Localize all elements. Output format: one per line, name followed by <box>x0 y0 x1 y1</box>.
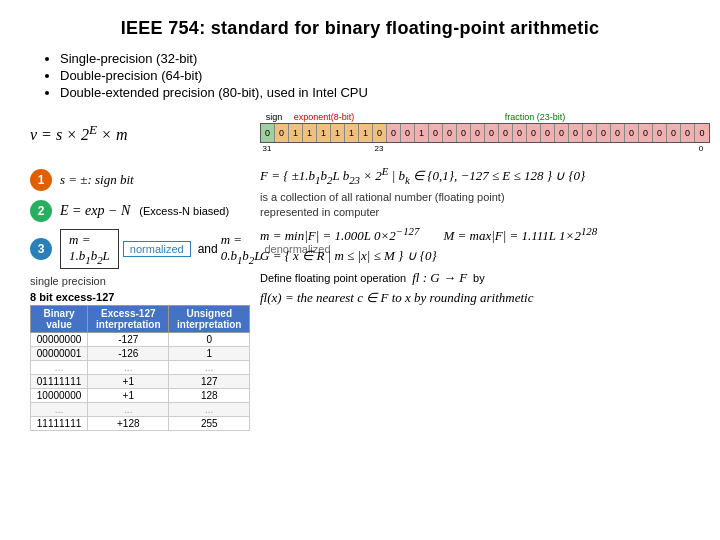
fp-index-5 <box>330 144 344 153</box>
define-line: Define floating point operation fl : G →… <box>260 270 690 286</box>
fp-index-7 <box>358 144 372 153</box>
step-3-denormalized-formula: m = 0.b1b2L <box>221 232 262 266</box>
fp-index-30 <box>680 144 694 153</box>
fp-bit-7: 1 <box>359 124 373 142</box>
fp-bits-row: 00111111000100000000000000000000 <box>260 123 710 143</box>
table-cell-6-0: 11111111 <box>31 416 88 430</box>
fp-bit-29: 0 <box>667 124 681 142</box>
step-1-line: 1 s = ±: sign bit <box>30 167 250 193</box>
fp-bit-30: 0 <box>681 124 695 142</box>
bullet-2: Double-precision (64-bit) <box>60 68 690 83</box>
fp-bit-23: 0 <box>583 124 597 142</box>
fp-diagram: sign exponent(8-bit) fraction (23-bit) 0… <box>260 112 710 153</box>
table-row: 00000001-1261 <box>31 346 250 360</box>
fp-bit-14: 0 <box>457 124 471 142</box>
max-formula: M = max|F| = 1.111L 1×2128 <box>443 225 597 244</box>
col-header-unsigned: Unsigned interpretation <box>169 305 250 332</box>
fp-bit-24: 0 <box>597 124 611 142</box>
table-cell-3-2: 127 <box>169 374 250 388</box>
table-cell-0-1: -127 <box>88 332 169 346</box>
step-1-formula: s = ±: sign bit <box>60 172 134 188</box>
table-cell-3-0: 01111111 <box>31 374 88 388</box>
fp-index-25 <box>610 144 624 153</box>
table-cell-0-0: 00000000 <box>31 332 88 346</box>
fp-bit-10: 0 <box>401 124 415 142</box>
bullet-list: Single-precision (32-bit) Double-precisi… <box>60 51 690 100</box>
fp-bit-11: 1 <box>415 124 429 142</box>
by-label: by <box>473 272 485 284</box>
table-cell-6-1: +128 <box>88 416 169 430</box>
and-text: and <box>198 242 218 256</box>
col-header-excess: Excess-127 interpretation <box>88 305 169 332</box>
frac-label: fraction (23-bit) <box>360 112 710 122</box>
fp-index-24 <box>596 144 610 153</box>
F-set-formula-line: F = { ±1.b1b2L b23 × 2E | bk ∈ {0,1}, −1… <box>260 165 690 186</box>
table-cell-4-1: +1 <box>88 388 169 402</box>
collection-text: is a collection of all rational number (… <box>260 190 690 221</box>
fp-bit-0: 0 <box>261 124 275 142</box>
fp-index-11 <box>414 144 428 153</box>
fp-index-1 <box>274 144 288 153</box>
table-cell-4-2: 128 <box>169 388 250 402</box>
fp-index-26 <box>624 144 638 153</box>
fp-labels: sign exponent(8-bit) fraction (23-bit) <box>260 112 710 122</box>
table-row: 11111111+128255 <box>31 416 250 430</box>
col-header-binary: Binary value <box>31 305 88 332</box>
step-2-line: 2 E = exp − N (Excess-N biased) <box>30 198 250 224</box>
fp-index-15 <box>470 144 484 153</box>
table-cell-1-2: 1 <box>169 346 250 360</box>
page: IEEE 754: standard for binary floating-p… <box>0 0 720 540</box>
fp-bit-22: 0 <box>569 124 583 142</box>
vsm-formula-area: v = s × 2E × m <box>30 118 250 148</box>
bullet-3: Double-extended precision (80-bit), used… <box>60 85 690 100</box>
single-precision-label: single precision <box>30 275 250 287</box>
fp-bit-27: 0 <box>639 124 653 142</box>
fp-bit-13: 0 <box>443 124 457 142</box>
step-3-line: 3 m = 1.b1b2L normalized and m = 0.b1b2L… <box>30 229 250 269</box>
fl-def: fl : G → F <box>412 270 467 286</box>
fp-index-18 <box>512 144 526 153</box>
table-cell-6-2: 255 <box>169 416 250 430</box>
table-cell-4-0: 10000000 <box>31 388 88 402</box>
fp-index-2 <box>288 144 302 153</box>
table-row: 00000000-1270 <box>31 332 250 346</box>
table-cell-2-0: ... <box>31 360 88 374</box>
fp-bit-8: 0 <box>373 124 387 142</box>
steps-area: 1 s = ±: sign bit 2 E = exp − N (Excess-… <box>30 167 250 269</box>
G-set-formula: G = { x ∈ R | m ≤ |x| ≤ M } ∪ {0} <box>260 248 437 264</box>
fp-index-13 <box>442 144 456 153</box>
step-3-normalized-formula: m = 1.b1b2L <box>60 229 119 269</box>
step-3-badge: 3 <box>30 238 52 260</box>
step-2-badge: 2 <box>30 200 52 222</box>
fp-bit-19: 0 <box>527 124 541 142</box>
fp-index-10 <box>400 144 414 153</box>
fp-bit-3: 1 <box>303 124 317 142</box>
fp-bit-18: 0 <box>513 124 527 142</box>
right-col: F = { ±1.b1b2L b23 × 2E | bk ∈ {0,1}, −1… <box>260 165 690 431</box>
fp-index-20 <box>540 144 554 153</box>
fp-index-28 <box>652 144 666 153</box>
fp-indices-row: 31230 <box>260 144 710 153</box>
fp-index-6 <box>344 144 358 153</box>
fp-index-9 <box>386 144 400 153</box>
normalized-label: normalized <box>123 241 191 257</box>
fp-bit-17: 0 <box>499 124 513 142</box>
fp-index-16 <box>484 144 498 153</box>
table-row: 01111111+1127 <box>31 374 250 388</box>
define-label: Define floating point operation <box>260 272 406 284</box>
fp-index-0: 31 <box>260 144 274 153</box>
table-cell-3-1: +1 <box>88 374 169 388</box>
fp-bit-2: 1 <box>289 124 303 142</box>
fp-bit-16: 0 <box>485 124 499 142</box>
fp-index-17 <box>498 144 512 153</box>
table-row: 10000000+1128 <box>31 388 250 402</box>
fp-bit-15: 0 <box>471 124 485 142</box>
table-row: ......... <box>31 360 250 374</box>
fp-bit-21: 0 <box>555 124 569 142</box>
fp-diagram-area: sign exponent(8-bit) fraction (23-bit) 0… <box>260 110 710 157</box>
table-cell-1-0: 00000001 <box>31 346 88 360</box>
fp-index-31: 0 <box>694 144 708 153</box>
table-row: ......... <box>31 402 250 416</box>
fp-bit-5: 1 <box>331 124 345 142</box>
table-cell-2-2: ... <box>169 360 250 374</box>
